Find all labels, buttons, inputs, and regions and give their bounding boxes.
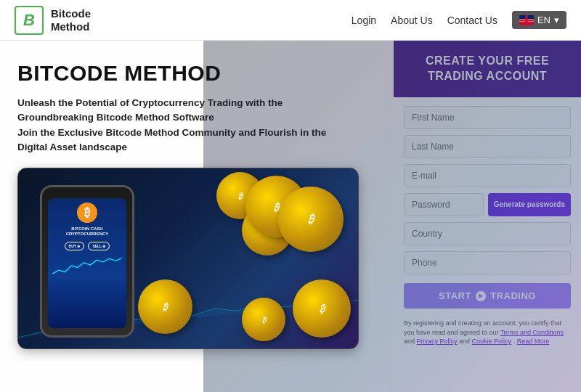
coin-bottom-mid: ₿ [242,298,285,341]
bitcoin-logo: ₿ [77,203,97,223]
coin-left-bottom: ₿ [138,279,192,334]
chevron-down-icon: ▾ [554,15,559,25]
language-button[interactable]: EN ▾ [512,11,566,29]
phone-mockup: ₿ BITCOIN CASHCRYPTOCURRENCY BUY ⊕ SELL … [40,185,134,338]
contact-link[interactable]: Contact Us [447,15,497,26]
logo-area: B Bitcode Method [15,6,91,35]
coin-bottom-right: ₿ [293,279,351,338]
logo-text: Bitcode Method [51,7,91,33]
main-content: BITCODE METHOD Unleash the Potential of … [0,41,581,392]
nav-right: Login About Us Contact Us EN ▾ [352,11,566,29]
crypto-image: ₿ BITCOIN CASHCRYPTOCURRENCY BUY ⊕ SELL … [17,168,359,349]
bitcoin-cash-label: BITCOIN CASHCRYPTOCURRENCY [66,226,109,237]
flag-icon [519,15,534,25]
header: B Bitcode Method Login About Us Contact … [0,0,581,41]
logo-icon: B [15,6,44,35]
phone-screen: ₿ BITCOIN CASHCRYPTOCURRENCY BUY ⊕ SELL … [48,198,126,328]
buy-button-display: BUY ⊕ [65,242,85,250]
coin-large-right: ₿ [278,187,344,252]
login-link[interactable]: Login [352,15,376,26]
about-link[interactable]: About Us [391,15,433,26]
sell-button-display: SELL ⊕ [88,242,110,250]
chart-svg [52,255,122,277]
buy-sell-row: BUY ⊕ SELL ⊕ [65,242,110,250]
